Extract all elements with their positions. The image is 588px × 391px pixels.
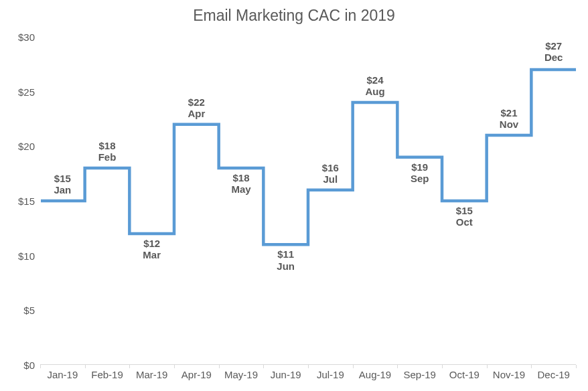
- y-tick-label: $5: [23, 305, 40, 316]
- data-label: $27Dec: [544, 40, 563, 64]
- data-label-month: Nov: [500, 119, 518, 130]
- x-tick-mark: [487, 365, 488, 368]
- data-label: $16Jul: [322, 162, 339, 185]
- data-label-month: Jul: [322, 173, 339, 185]
- data-label-value: $11: [277, 248, 295, 260]
- x-tick-mark: [531, 365, 532, 368]
- x-tick-label: Dec-19: [537, 365, 569, 380]
- x-tick-label: Jul-19: [317, 365, 344, 380]
- x-tick-label: Sep-19: [403, 365, 435, 380]
- x-tick-label: Jun-19: [271, 365, 301, 380]
- y-tick-label: $30: [18, 31, 40, 43]
- data-label-month: Oct: [456, 216, 473, 228]
- plot-area: $0$5$10$15$20$25$30Jan-19Feb-19Mar-19Apr…: [40, 37, 576, 365]
- data-label-value: $12: [143, 238, 161, 249]
- data-label: $15Jan: [54, 173, 71, 196]
- data-label-month: Mar: [143, 249, 161, 260]
- x-tick-label: Oct-19: [449, 365, 480, 380]
- data-label-value: $16: [322, 162, 339, 173]
- data-label: $24Aug: [365, 74, 384, 98]
- data-label-month: May: [231, 183, 250, 195]
- x-tick-mark: [353, 365, 354, 368]
- data-label-value: $21: [500, 107, 518, 119]
- data-label: $18Feb: [98, 140, 117, 163]
- data-label-month: Dec: [544, 52, 563, 63]
- data-label: $19Sep: [411, 161, 429, 185]
- data-label-month: Apr: [188, 108, 205, 119]
- x-tick-mark: [308, 365, 309, 368]
- data-label-month: Sep: [411, 173, 429, 184]
- x-tick-mark: [576, 365, 577, 368]
- y-tick-label: $10: [18, 250, 40, 261]
- x-tick-mark: [219, 365, 220, 368]
- step-path: [41, 70, 576, 244]
- x-tick-mark: [442, 365, 443, 368]
- data-label-month: Jan: [54, 184, 71, 196]
- y-tick-label: $20: [18, 141, 40, 152]
- data-label: $12Mar: [143, 238, 161, 261]
- chart-container: Email Marketing CAC in 2019 $0$5$10$15$2…: [0, 0, 588, 391]
- x-tick-label: Nov-19: [493, 365, 525, 380]
- x-tick-mark: [40, 365, 41, 368]
- x-tick-mark: [263, 365, 264, 368]
- x-tick-label: Jan-19: [47, 365, 78, 380]
- data-label: $15Oct: [456, 205, 473, 228]
- data-label: $11Jun: [277, 248, 295, 272]
- y-tick-label: $25: [18, 86, 40, 97]
- data-label-value: $15: [456, 205, 473, 216]
- data-label: $21Nov: [500, 107, 518, 131]
- data-label-value: $18: [231, 172, 250, 183]
- x-tick-label: Aug-19: [359, 365, 391, 380]
- data-label-value: $19: [411, 161, 429, 173]
- data-label-month: Jun: [277, 260, 295, 272]
- data-label: $22Apr: [188, 96, 205, 120]
- y-tick-label: $0: [23, 360, 40, 371]
- x-tick-label: Feb-19: [91, 365, 123, 380]
- step-line: [40, 37, 576, 365]
- y-tick-label: $15: [18, 196, 40, 207]
- data-label-value: $24: [365, 74, 384, 86]
- data-label-month: Aug: [365, 86, 384, 97]
- x-tick-mark: [129, 365, 130, 368]
- chart-title: Email Marketing CAC in 2019: [0, 7, 588, 25]
- x-tick-mark: [174, 365, 175, 368]
- data-label-value: $15: [54, 173, 71, 184]
- data-label-value: $22: [188, 96, 205, 108]
- data-label-value: $18: [98, 140, 117, 151]
- data-label: $18May: [231, 172, 250, 196]
- x-tick-mark: [397, 365, 398, 368]
- x-tick-label: Apr-19: [181, 365, 212, 380]
- data-label-value: $27: [544, 40, 563, 52]
- x-tick-label: May-19: [224, 365, 258, 380]
- x-tick-mark: [85, 365, 86, 368]
- x-tick-label: Mar-19: [136, 365, 168, 380]
- data-label-month: Feb: [98, 151, 117, 163]
